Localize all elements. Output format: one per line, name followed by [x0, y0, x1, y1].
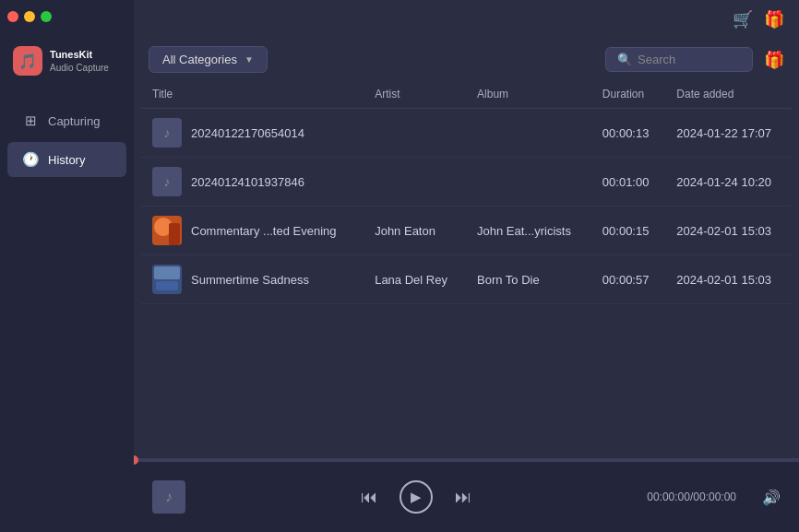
cell-duration: 00:00:15 [591, 207, 665, 255]
skip-forward-button[interactable]: ⏭ [455, 488, 471, 507]
top-right-icons: 🛒 🎁 [733, 9, 784, 30]
sidebar-item-capturing[interactable]: ⊞ Capturing [7, 103, 126, 138]
cell-date-added: 2024-01-24 10:20 [665, 158, 792, 207]
sidebar-item-label: History [48, 153, 85, 167]
cell-title: Summertime Sadness [141, 255, 364, 304]
cell-artist [364, 158, 466, 207]
search-input[interactable] [638, 53, 741, 66]
track-title: 20240122170654014 [191, 126, 304, 140]
cell-album: John Eat...yricists [466, 207, 591, 255]
gift-icon[interactable]: 🎁 [764, 9, 784, 30]
col-date-added: Date added [665, 80, 792, 109]
main-content: 🛒 🎁 All Categories ▼ 🔍 🎁 Title Artist Al… [134, 0, 799, 532]
cell-album [466, 158, 591, 207]
col-artist: Artist [364, 80, 466, 109]
cell-duration: 00:00:57 [591, 255, 665, 304]
progress-bar[interactable] [134, 458, 799, 462]
category-label: All Categories [162, 53, 237, 66]
col-title: Title [141, 80, 364, 109]
cell-date-added: 2024-02-01 15:03 [665, 255, 792, 304]
app-name: TunesKit Audio Capture [50, 48, 109, 73]
track-table: Title Artist Album Duration Date added ♪… [141, 80, 792, 304]
sidebar-item-label: Capturing [48, 114, 100, 128]
music-note-icon: ♪ [165, 489, 173, 505]
chevron-down-icon: ▼ [244, 54, 254, 65]
cell-title: ♪20240122170654014 [141, 109, 364, 158]
table-body: ♪2024012217065401400:00:132024-01-22 17:… [141, 109, 792, 304]
track-thumbnail [152, 216, 182, 245]
cell-album [466, 109, 591, 158]
volume-icon[interactable]: 🔊 [762, 489, 781, 506]
table-header-row: Title Artist Album Duration Date added [141, 80, 792, 109]
capturing-icon: ⊞ [22, 112, 39, 129]
player-thumb: ♪ [152, 480, 185, 514]
track-thumbnail: ♪ [152, 167, 182, 196]
track-thumbnail: ♪ [152, 118, 182, 148]
cell-title: Commentary ...ted Evening [141, 207, 364, 255]
play-pause-button[interactable]: ▶ [400, 480, 433, 514]
cell-title: ♪20240124101937846 [141, 158, 364, 207]
cell-artist: Lana Del Rey [364, 255, 466, 304]
app-logo-icon: 🎵 [13, 46, 42, 76]
table-row[interactable]: ♪2024012410193784600:01:002024-01-24 10:… [141, 158, 792, 207]
gift-icon-2[interactable]: 🎁 [764, 50, 784, 70]
cell-artist: John Eaton [364, 207, 466, 255]
minimize-button[interactable] [24, 11, 35, 22]
sidebar-nav: ⊞ Capturing 🕐 History [0, 101, 134, 179]
track-table-container: Title Artist Album Duration Date added ♪… [134, 80, 799, 458]
search-icon: 🔍 [617, 53, 632, 66]
table-row[interactable]: ♪2024012217065401400:00:132024-01-22 17:… [141, 109, 792, 158]
sidebar-item-history[interactable]: 🕐 History [7, 142, 126, 177]
player-time: 00:00:00/00:00:00 [647, 491, 736, 503]
track-title: Summertime Sadness [191, 273, 309, 287]
track-title: 20240124101937846 [191, 175, 304, 189]
cell-date-added: 2024-02-01 15:03 [665, 207, 792, 255]
player-controls: ♪ ⏮ ▶ ⏭ 00:00:00/00:00:00 🔊 [134, 462, 799, 532]
table-row[interactable]: Summertime SadnessLana Del ReyBorn To Di… [141, 255, 792, 304]
cell-album: Born To Die [466, 255, 591, 304]
cell-duration: 00:01:00 [591, 158, 665, 207]
history-icon: 🕐 [22, 151, 39, 168]
player-center: ⏮ ▶ ⏭ [200, 480, 632, 514]
filterbar: All Categories ▼ 🔍 🎁 [134, 39, 799, 80]
table-row[interactable]: Commentary ...ted EveningJohn EatonJohn … [141, 207, 792, 255]
search-bar: 🔍 [605, 47, 753, 72]
skip-back-button[interactable]: ⏮ [361, 488, 377, 507]
cell-duration: 00:00:13 [591, 109, 665, 158]
app-logo: 🎵 TunesKit Audio Capture [0, 37, 134, 94]
topbar: 🛒 🎁 [134, 0, 799, 39]
cart-icon[interactable]: 🛒 [733, 9, 753, 30]
track-title: Commentary ...ted Evening [191, 224, 337, 238]
col-album: Album [466, 80, 591, 109]
category-dropdown[interactable]: All Categories ▼ [149, 46, 268, 73]
track-thumbnail [152, 265, 182, 294]
cell-artist [364, 109, 466, 158]
traffic-lights [7, 11, 52, 22]
sidebar: 🎵 TunesKit Audio Capture ⊞ Capturing 🕐 H… [0, 0, 134, 532]
cell-date-added: 2024-01-22 17:07 [665, 109, 792, 158]
col-duration: Duration [591, 80, 665, 109]
player-bar: ♪ ⏮ ▶ ⏭ 00:00:00/00:00:00 🔊 [134, 458, 799, 532]
close-button[interactable] [7, 11, 18, 22]
maximize-button[interactable] [41, 11, 52, 22]
